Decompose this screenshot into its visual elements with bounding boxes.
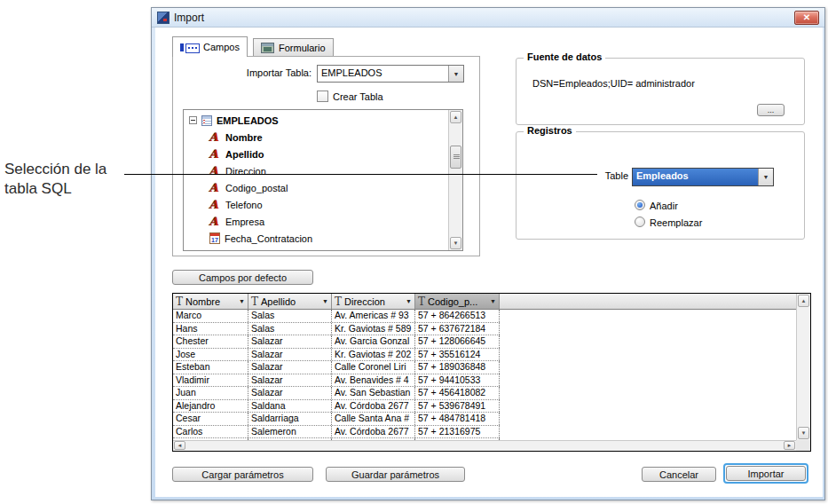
tree-item-empresa[interactable]: AEmpresa — [184, 213, 448, 230]
grid-cell: Jose — [173, 349, 248, 361]
grid-cell: Saldana — [248, 400, 332, 413]
grid-body[interactable]: MarcoSalasAv. Americas # 9357 + 86426651… — [173, 310, 796, 440]
collapse-icon[interactable] — [189, 116, 197, 124]
close-button[interactable]: ✕ — [794, 11, 819, 25]
grid-vertical-scrollbar[interactable]: ▲ ▼ — [796, 294, 810, 440]
default-fields-button[interactable]: Campos por defecto — [172, 270, 313, 285]
table-icon — [201, 115, 212, 126]
text-type-icon: T — [418, 295, 425, 308]
grid-cell: Av. Córdoba 2677 — [332, 426, 415, 438]
grid-cell: Salazar — [248, 361, 332, 374]
create-table-label: Crear Tabla — [333, 91, 383, 102]
grid-row[interactable]: MarcoSalasAv. Americas # 9357 + 86426651… — [173, 310, 500, 323]
scroll-left-icon[interactable]: ◄ — [174, 441, 185, 450]
tree-item-nombre[interactable]: ANombre — [184, 129, 448, 146]
scroll-up-icon[interactable]: ▲ — [798, 295, 809, 307]
cancel-button[interactable]: Cancelar — [642, 467, 716, 482]
grid-row[interactable]: HansSalasKr. Gaviotas # 58957 + 63767218… — [173, 323, 500, 336]
grid-column-header-4[interactable]: TCodigo_p...▼ — [415, 294, 500, 309]
tree-item-apellido[interactable]: AApellido — [184, 146, 448, 162]
grid-cell: 57 + 35516124 — [415, 349, 500, 361]
import-table-combobox[interactable]: EMPLEADOS ▼ — [317, 65, 464, 83]
grid-row[interactable]: JuanSalazarAv. San Sebastian57 + 4564180… — [173, 387, 500, 400]
tab-campos[interactable]: Campos — [172, 36, 248, 57]
grid-cell: Av. Benavides # 4 — [332, 374, 415, 387]
browse-button[interactable]: ... — [757, 104, 785, 116]
scrollbar-corner — [796, 440, 810, 451]
field-type-text-icon: A — [209, 165, 221, 177]
grid-cell: 57 + 539678491 — [415, 400, 500, 413]
grid-row[interactable]: EstebanSalazarCalle Coronel Liri57 + 189… — [173, 361, 500, 374]
grid-horizontal-scrollbar[interactable]: ◄ ► — [173, 440, 796, 451]
grid-cell: Salas — [248, 310, 332, 322]
load-parameters-button[interactable]: Cargar parámetros — [172, 467, 313, 482]
grid-row[interactable]: JoseSalazarKr. Gaviotas # 20257 + 355161… — [173, 349, 500, 362]
tree-item-label: Fecha_Contratacion — [225, 233, 312, 244]
records-table-value: Empleados — [633, 169, 758, 185]
column-menu-icon[interactable]: ▼ — [239, 298, 245, 304]
chevron-down-icon[interactable]: ▼ — [448, 66, 463, 82]
field-type-text-icon: A — [209, 249, 221, 250]
scroll-down-icon[interactable]: ▼ — [798, 427, 809, 439]
scroll-right-icon[interactable]: ► — [784, 441, 795, 450]
grid-row[interactable]: CesarSaldarriagaCalle Santa Ana #57 + 48… — [173, 413, 500, 426]
radio-reemplazar[interactable] — [635, 217, 645, 227]
import-button-focus-ring: Importar — [723, 463, 808, 484]
fields-icon — [180, 43, 199, 52]
field-tree-rows: EMPLEADOSANombreAApellidoADireccionACodi… — [184, 110, 448, 250]
create-table-checkbox[interactable] — [317, 91, 328, 102]
grid-column-header-2[interactable]: TApellido▼ — [248, 294, 332, 309]
tree-vertical-scrollbar[interactable]: ▲ ▼ — [448, 110, 462, 250]
records-table-combobox[interactable]: Empleados ▼ — [632, 168, 774, 186]
column-menu-icon[interactable]: ▼ — [322, 298, 328, 304]
field-type-text-icon: A — [209, 148, 221, 160]
scroll-up-icon[interactable]: ▲ — [450, 111, 461, 123]
radio-reemplazar-label: Reemplazar — [650, 217, 702, 228]
text-type-icon: T — [251, 295, 258, 308]
data-source-group: Fuente de datos DSN=Empleados;UID= admin… — [516, 58, 805, 125]
field-tree[interactable]: EMPLEADOSANombreAApellidoADireccionACodi… — [183, 109, 463, 251]
column-menu-icon[interactable]: ▼ — [490, 298, 496, 304]
screenshot-stage: Selección de la tabla SQL Import ✕ Campo… — [0, 0, 828, 504]
annotation-line2: tabla SQL — [4, 179, 138, 199]
column-menu-icon[interactable]: ▼ — [406, 298, 412, 304]
tree-item-label: Apellido — [225, 149, 264, 160]
grid-row[interactable]: CarlosSalemeronAv. Córdoba 267757 + 2131… — [173, 426, 500, 439]
grid-cell: Saldarriaga — [248, 413, 332, 425]
tree-item-ciudad[interactable]: ACiudad — [184, 247, 448, 250]
scroll-down-icon[interactable]: ▼ — [450, 237, 461, 249]
tree-item-fecha_contratacion[interactable]: 17Fecha_Contratacion — [184, 230, 448, 247]
grid-cell: Esteban — [173, 361, 248, 374]
dsn-text: DSN=Empleados;UID= administrador — [532, 78, 695, 89]
grid-row[interactable]: ChesterSalazarAv. Garcia Gonzal57 + 1280… — [173, 335, 500, 349]
field-type-date-icon: 17 — [209, 232, 220, 244]
tree-scroll-thumb[interactable] — [450, 146, 461, 169]
grid-header-row: TNombre▼TApellido▼TDireccion▼TCodigo_p..… — [173, 294, 796, 310]
chevron-down-icon[interactable]: ▼ — [758, 169, 773, 185]
radio-anadir[interactable] — [635, 200, 645, 210]
window-title: Import — [174, 12, 204, 24]
tree-item-label: Telefono — [225, 200, 263, 210]
tab-campos-label: Campos — [203, 42, 240, 52]
grid-row[interactable]: VladimirSalazarAv. Benavides # 457 + 944… — [173, 374, 500, 388]
save-parameters-button[interactable]: Guardar parámetros — [326, 467, 465, 482]
tree-item-root[interactable]: EMPLEADOS — [184, 112, 448, 129]
grid-row[interactable]: AlejandroSaldanaAv. Córdoba 267757 + 539… — [173, 400, 500, 413]
grid-cell: Calle Coronel Liri — [332, 361, 415, 374]
import-button[interactable]: Importar — [726, 466, 806, 481]
tab-formulario[interactable]: Formulario — [253, 38, 334, 57]
grid-column-header-1[interactable]: TNombre▼ — [173, 294, 248, 309]
tree-item-codigo_postal[interactable]: ACodigo_postal — [184, 179, 448, 196]
annotation-line1: Selección de la — [4, 160, 138, 179]
tree-item-telefono[interactable]: ATelefono — [184, 196, 448, 213]
grid-cell: Carlos — [173, 426, 248, 438]
grid-column-header-3[interactable]: TDireccion▼ — [332, 294, 415, 309]
tree-item-label: EMPLEADOS — [217, 115, 279, 126]
field-type-text-icon: A — [209, 131, 221, 143]
grid-cell: Salazar — [248, 349, 332, 361]
grid-column-label: Codigo_p... — [428, 296, 477, 307]
grid-cell: 57 + 21316975 — [415, 426, 500, 438]
titlebar[interactable]: Import — [152, 8, 824, 28]
tree-item-direccion[interactable]: ADireccion — [184, 162, 448, 179]
grid-cell: 57 + 128066645 — [415, 335, 500, 348]
